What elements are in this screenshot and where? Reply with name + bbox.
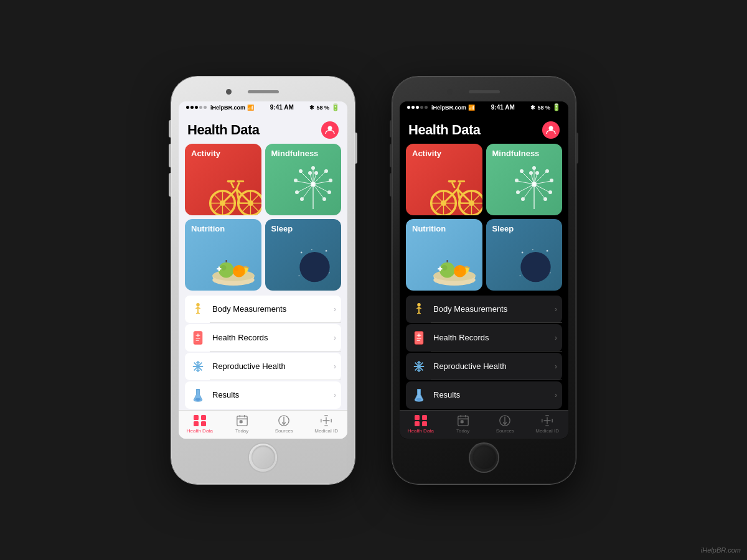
- svg-rect-83: [194, 421, 199, 426]
- home-button-light[interactable]: [249, 444, 277, 472]
- bluetooth-icon-dark: ✱: [530, 105, 535, 111]
- chevron-icon: ›: [334, 391, 336, 399]
- app-content-light: Health Data Activity: [179, 114, 347, 439]
- tile-activity-light[interactable]: Activity: [185, 144, 261, 215]
- tile-nutrition-label-light: Nutrition: [191, 224, 255, 233]
- tile-mindfulness-light[interactable]: Mindfulness: [265, 144, 342, 215]
- svg-point-25: [294, 179, 298, 182]
- svg-point-47: [218, 262, 234, 278]
- tile-nutrition-dark[interactable]: Nutrition: [406, 219, 482, 291]
- health-records-label-light: Health Records: [212, 333, 334, 342]
- svg-line-117: [452, 182, 455, 188]
- tab-medical-id-dark[interactable]: Medical ID: [530, 414, 565, 434]
- tile-activity-label-light: Activity: [191, 149, 255, 158]
- fruit-bowl-icon-dark: [430, 247, 479, 287]
- signal-icon-dark: [407, 106, 428, 109]
- tile-activity-dark[interactable]: Activity: [406, 144, 482, 215]
- svg-point-137: [548, 190, 552, 194]
- tile-activity-label-dark: Activity: [412, 149, 476, 158]
- list-item-health-dark[interactable]: Health Records ›: [406, 324, 562, 352]
- svg-line-28: [303, 184, 313, 198]
- reproductive-health-label-light: Reproductive Health: [212, 362, 334, 371]
- tile-nutrition-light[interactable]: Nutrition: [185, 219, 261, 291]
- tab-sources-light[interactable]: Sources: [267, 414, 301, 434]
- svg-rect-66: [194, 331, 202, 343]
- earpiece: [248, 90, 279, 93]
- svg-rect-81: [194, 415, 199, 420]
- svg-point-43: [314, 171, 318, 175]
- watermark: iHelpBR.com: [701, 546, 741, 554]
- list-item-repro-light[interactable]: Reproductive Health ›: [185, 353, 341, 380]
- tab-today-dark[interactable]: Today: [446, 414, 480, 434]
- tile-sleep-dark[interactable]: Sleep: [486, 219, 563, 291]
- tab-sources-dark[interactable]: Sources: [488, 414, 522, 434]
- results-icon-light: [190, 387, 206, 403]
- reproductive-health-icon-light: [190, 358, 206, 375]
- svg-point-121: [520, 169, 524, 173]
- list-item-repro-dark[interactable]: Reproductive Health ›: [406, 353, 562, 380]
- list-item-results-light[interactable]: Results ›: [185, 381, 341, 409]
- tiles-grid-light: Activity: [179, 144, 347, 296]
- svg-rect-89: [240, 421, 242, 423]
- fruit-bowl-icon-light: [209, 247, 258, 287]
- list-item-body-light[interactable]: Body Measurements ›: [185, 296, 341, 323]
- status-time-dark: 9:41 AM: [491, 104, 515, 111]
- svg-line-19: [231, 182, 234, 188]
- tab-today-label-light: Today: [235, 428, 248, 434]
- list-item-health-light[interactable]: Health Records ›: [185, 324, 341, 352]
- svg-point-59: [299, 252, 329, 282]
- svg-point-141: [535, 171, 539, 175]
- tab-bar-dark: Health Data Today: [400, 410, 568, 439]
- svg-line-26: [298, 184, 313, 192]
- svg-point-29: [300, 197, 304, 201]
- results-label-dark: Results: [433, 390, 555, 399]
- svg-point-39: [327, 190, 331, 194]
- silent-switch-dark[interactable]: [390, 120, 392, 138]
- svg-line-136: [534, 184, 550, 192]
- tab-medical-id-light[interactable]: Medical ID: [309, 414, 344, 434]
- svg-point-35: [324, 169, 328, 173]
- page-title-dark: Health Data: [408, 122, 481, 138]
- svg-point-133: [545, 169, 549, 173]
- home-button-inner-light: [251, 446, 275, 469]
- svg-point-0: [328, 126, 332, 130]
- tile-sleep-label-light: Sleep: [271, 224, 336, 233]
- tab-health-data-dark[interactable]: Health Data: [403, 414, 438, 434]
- results-icon-dark: [411, 387, 427, 403]
- list-item-results-dark[interactable]: Results ›: [406, 381, 562, 409]
- status-left-dark: iHelpBR.com 📶: [407, 105, 475, 111]
- svg-point-44: [311, 182, 316, 187]
- volume-down-button-dark[interactable]: [390, 173, 392, 197]
- svg-point-123: [515, 179, 519, 182]
- tab-health-data-light[interactable]: Health Data: [182, 414, 217, 434]
- chevron-icon-dark: ›: [555, 391, 557, 399]
- volume-down-button[interactable]: [169, 173, 171, 197]
- svg-point-98: [549, 126, 553, 130]
- list-item-body-dark[interactable]: Body Measurements ›: [406, 296, 562, 323]
- chevron-icon-dark: ›: [555, 334, 557, 342]
- svg-point-148: [454, 264, 466, 277]
- tab-today-light[interactable]: Today: [225, 414, 259, 434]
- svg-rect-82: [201, 415, 206, 420]
- power-button-dark[interactable]: [576, 133, 578, 164]
- tile-mindfulness-dark[interactable]: Mindfulness: [486, 144, 563, 215]
- svg-point-56: [329, 272, 330, 273]
- power-button[interactable]: [355, 133, 357, 164]
- chevron-icon: ›: [334, 334, 336, 342]
- home-button-dark[interactable]: [470, 444, 498, 472]
- svg-point-146: [441, 264, 447, 270]
- profile-button-light[interactable]: [321, 121, 339, 139]
- profile-button-dark[interactable]: [542, 121, 560, 139]
- svg-point-55: [326, 250, 327, 251]
- svg-point-131: [532, 166, 536, 170]
- carrier-name: iHelpBR.com: [210, 105, 245, 111]
- battery-icon: 🔋: [331, 103, 340, 111]
- tile-sleep-light[interactable]: Sleep: [265, 219, 342, 291]
- health-records-icon-light: [190, 330, 206, 346]
- volume-up-button[interactable]: [169, 144, 171, 167]
- svg-point-54: [301, 251, 303, 253]
- phone-light: iHelpBR.com 📶 9:41 AM ✱ 58 % 🔋 Health Da…: [171, 77, 355, 484]
- volume-up-button-dark[interactable]: [390, 144, 392, 167]
- reproductive-health-icon-dark: [411, 358, 427, 375]
- silent-switch[interactable]: [169, 120, 171, 138]
